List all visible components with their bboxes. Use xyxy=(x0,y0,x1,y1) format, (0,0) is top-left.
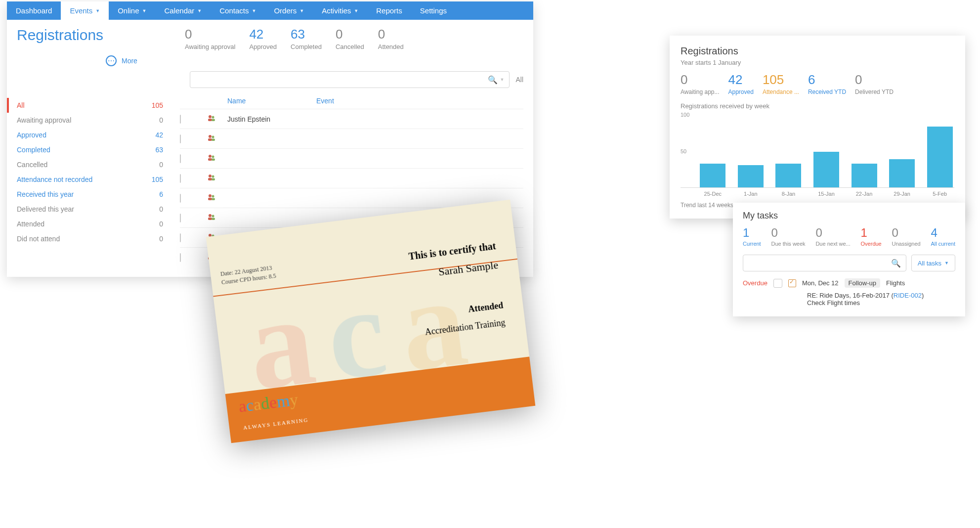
task-search-input[interactable]: 🔍 xyxy=(743,255,906,271)
nav-contacts[interactable]: Contacts ▼ xyxy=(211,1,265,20)
task-stat[interactable]: 1Current xyxy=(743,226,761,247)
chart-bar xyxy=(738,165,764,187)
table-row[interactable]: Justin Epstein xyxy=(180,109,523,129)
person-icon xyxy=(208,193,215,201)
dashboard-card: Registrations Year starts 1 January 0Awa… xyxy=(670,36,965,219)
svg-point-18 xyxy=(212,195,214,198)
dash-stat[interactable]: 0Delivered YTD xyxy=(855,72,894,95)
row-checkbox[interactable] xyxy=(180,154,181,163)
more-button[interactable]: ⋯ More xyxy=(7,55,533,71)
task-stat[interactable]: 4All current xyxy=(931,226,955,247)
main-nav: DashboardEvents ▼Online ▼Calendar ▼Conta… xyxy=(7,1,533,20)
svg-point-16 xyxy=(209,194,212,197)
nav-activities[interactable]: Activities ▼ xyxy=(313,1,367,20)
chevron-down-icon: ▼ xyxy=(354,8,358,13)
filter-did-not-attend[interactable]: Did not attend0 xyxy=(7,231,170,246)
page-title: Registrations xyxy=(17,27,185,44)
task-stat[interactable]: 0Unassigned xyxy=(892,226,921,247)
filter-attendance-not-recorded[interactable]: Attendance not recorded105 xyxy=(7,172,170,187)
filter-completed[interactable]: Completed63 xyxy=(7,142,170,157)
x-tick: 5-Feb xyxy=(927,191,953,197)
row-checkbox[interactable] xyxy=(180,233,181,242)
task-filter-dropdown[interactable]: All tasks ▼ xyxy=(911,255,955,271)
stat-attended[interactable]: 0Attended xyxy=(378,27,404,50)
filter-received-this-year[interactable]: Received this year6 xyxy=(7,187,170,202)
search-icon: 🔍 xyxy=(488,75,498,85)
chart-bar xyxy=(700,164,725,187)
certificate-attended: Attended xyxy=(468,300,504,314)
svg-rect-11 xyxy=(212,159,215,161)
row-checkbox[interactable] xyxy=(180,214,181,222)
row-checkbox[interactable] xyxy=(180,194,181,203)
dash-stat[interactable]: 42Approved xyxy=(728,72,754,95)
nav-online[interactable]: Online ▼ xyxy=(109,1,155,20)
svg-point-4 xyxy=(209,135,212,138)
x-tick: 1-Jan xyxy=(738,191,764,197)
nav-dashboard[interactable]: Dashboard xyxy=(7,1,61,20)
stat-awaiting-approval[interactable]: 0Awaiting approval xyxy=(185,27,235,50)
person-icon xyxy=(208,174,215,181)
person-icon xyxy=(208,213,215,221)
stat-cancelled[interactable]: 0Cancelled xyxy=(336,27,364,50)
x-tick: 15-Jan xyxy=(813,191,839,197)
person-icon xyxy=(208,154,215,162)
filter-all[interactable]: All105 xyxy=(7,98,170,113)
stat-completed[interactable]: 63Completed xyxy=(291,27,322,50)
nav-calendar[interactable]: Calendar ▼ xyxy=(155,1,211,20)
nav-settings[interactable]: Settings xyxy=(411,1,456,20)
svg-point-6 xyxy=(212,136,214,138)
nav-reports[interactable]: Reports xyxy=(367,1,411,20)
svg-rect-1 xyxy=(208,119,212,121)
chart-title: Registrations received by week xyxy=(681,102,954,110)
dash-stat[interactable]: 105Attendance ... xyxy=(763,72,799,95)
y-tick-50: 50 xyxy=(681,148,686,154)
chevron-down-icon: ▼ xyxy=(252,8,256,13)
row-checkbox[interactable] xyxy=(180,174,181,183)
all-filter-label[interactable]: All xyxy=(515,76,523,84)
search-input[interactable]: 🔍 ▼ xyxy=(190,71,510,88)
filter-cancelled[interactable]: Cancelled0 xyxy=(7,157,170,172)
task-status: Overdue xyxy=(743,279,767,287)
table-row[interactable] xyxy=(180,148,523,168)
dashboard-subtitle: Year starts 1 January xyxy=(681,59,954,66)
dash-stat[interactable]: 0Awaiting app... xyxy=(681,72,720,95)
svg-rect-19 xyxy=(212,198,215,201)
chevron-down-icon: ▼ xyxy=(95,8,100,13)
x-tick: 22-Jan xyxy=(852,191,877,197)
task-filter-label: All tasks xyxy=(918,260,941,267)
svg-point-12 xyxy=(209,175,212,177)
filter-delivered-this-year[interactable]: Delivered this year0 xyxy=(7,202,170,217)
task-stat[interactable]: 0Due next we... xyxy=(815,226,850,247)
x-tick: 29-Jan xyxy=(889,191,915,197)
table-row[interactable] xyxy=(180,168,523,188)
chevron-down-icon: ▼ xyxy=(299,8,304,13)
certificate-preview: a c a Date: 22 August 2013 Course CPD ho… xyxy=(206,200,536,443)
nav-events[interactable]: Events ▼ xyxy=(61,1,109,20)
stat-approved[interactable]: 42Approved xyxy=(249,27,277,50)
table-row[interactable] xyxy=(180,129,523,148)
column-header-name[interactable]: Name xyxy=(227,97,316,105)
task-row[interactable]: Overdue Mon, Dec 12 Follow-up Flights xyxy=(743,278,955,288)
chart-bar xyxy=(813,152,839,187)
svg-rect-9 xyxy=(208,158,212,161)
more-icon: ⋯ xyxy=(106,55,117,66)
x-tick: 25-Dec xyxy=(700,191,725,197)
svg-rect-21 xyxy=(208,218,212,220)
task-stat[interactable]: 0Due this week xyxy=(771,226,806,247)
nav-orders[interactable]: Orders ▼ xyxy=(265,1,313,20)
svg-rect-7 xyxy=(212,139,215,141)
svg-point-10 xyxy=(212,156,214,158)
dash-stat[interactable]: 6Received YTD xyxy=(808,72,846,95)
svg-point-20 xyxy=(209,214,212,217)
row-checkbox[interactable] xyxy=(180,253,181,262)
row-checkbox[interactable] xyxy=(180,115,181,124)
filter-attended[interactable]: Attended0 xyxy=(7,217,170,231)
column-header-event[interactable]: Event xyxy=(316,97,523,105)
filter-awaiting-approval[interactable]: Awaiting approval0 xyxy=(7,113,170,128)
filter-approved[interactable]: Approved42 xyxy=(7,128,170,142)
task-ref-link[interactable]: RIDE-002 xyxy=(894,292,922,299)
row-checkbox[interactable] xyxy=(180,134,181,143)
task-checkbox[interactable] xyxy=(773,279,782,288)
task-stat[interactable]: 1Overdue xyxy=(861,226,882,247)
tasks-title: My tasks xyxy=(743,211,955,221)
